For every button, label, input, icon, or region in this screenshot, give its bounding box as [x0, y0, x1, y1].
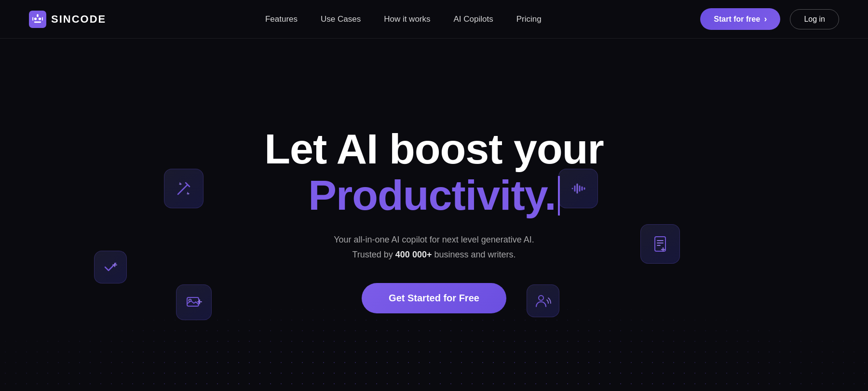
logo-icon: [29, 11, 46, 28]
login-button[interactable]: Log in: [790, 9, 839, 29]
nav-item-ai-copilots[interactable]: AI Copilots: [454, 14, 493, 24]
svg-point-2: [39, 17, 41, 20]
logo-text: SINCODE: [51, 13, 106, 26]
hero-subtitle: Your all-in-one AI copilot for next leve…: [264, 232, 603, 262]
svg-point-5: [37, 14, 39, 16]
hero-title-line2: Productivity.: [308, 172, 556, 219]
nav-item-pricing[interactable]: Pricing: [516, 14, 542, 24]
check-add-card: [94, 251, 127, 283]
nav-right: Start for free › Log in: [700, 8, 839, 30]
nav-item-use-cases[interactable]: Use Cases: [321, 14, 361, 24]
svg-rect-3: [34, 21, 41, 23]
nav-item-features[interactable]: Features: [265, 14, 298, 24]
cursor-blink: [558, 176, 560, 216]
nav-item-how-it-works[interactable]: How it works: [384, 14, 430, 24]
svg-rect-6: [32, 17, 33, 20]
navbar: SINCODE Features Use Cases How it works …: [0, 0, 868, 39]
nav-links: Features Use Cases How it works AI Copil…: [265, 14, 542, 24]
image-plus-card: [176, 284, 212, 320]
logo[interactable]: SINCODE: [29, 11, 106, 28]
start-for-free-button[interactable]: Start for free ›: [700, 8, 780, 30]
svg-rect-0: [29, 11, 46, 28]
svg-point-1: [34, 17, 37, 20]
document-plus-card: [640, 224, 680, 264]
arrow-icon: ›: [764, 14, 767, 24]
svg-rect-10: [187, 297, 199, 306]
hero-section: Let AI boost your Productivity. Your all…: [0, 39, 868, 391]
magic-wand-card: [164, 169, 203, 208]
hero-title-line1: Let AI boost your: [264, 126, 603, 173]
svg-rect-7: [42, 17, 43, 20]
get-started-button[interactable]: Get Started for Free: [362, 283, 506, 313]
